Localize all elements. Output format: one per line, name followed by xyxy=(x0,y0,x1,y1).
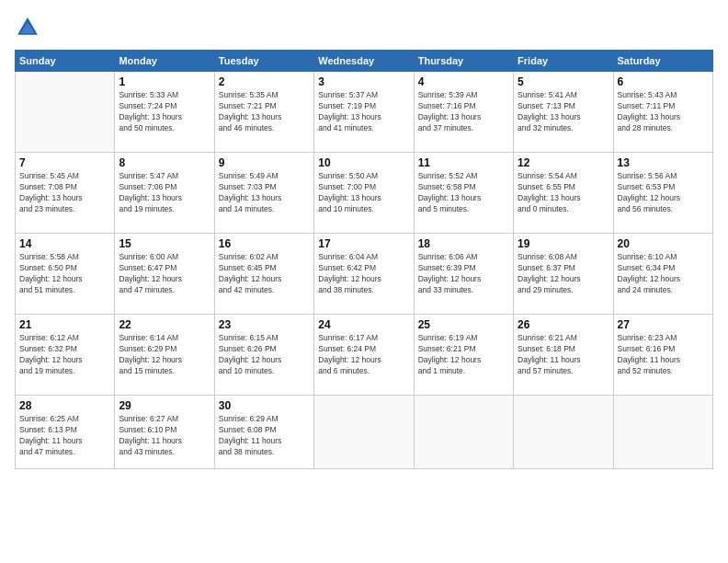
week-row-3: 14Sunrise: 5:58 AM Sunset: 6:50 PM Dayli… xyxy=(16,234,713,315)
calendar-cell: 21Sunrise: 6:12 AM Sunset: 6:32 PM Dayli… xyxy=(16,315,115,396)
cell-content: Sunrise: 5:37 AM Sunset: 7:19 PM Dayligh… xyxy=(318,90,409,134)
day-header-tuesday: Tuesday xyxy=(214,51,313,72)
cell-content: Sunrise: 6:15 AM Sunset: 6:26 PM Dayligh… xyxy=(219,333,310,377)
day-number: 26 xyxy=(518,318,609,331)
day-number: 15 xyxy=(119,237,210,250)
calendar-table: SundayMondayTuesdayWednesdayThursdayFrid… xyxy=(15,50,713,469)
calendar-cell: 2Sunrise: 5:35 AM Sunset: 7:21 PM Daylig… xyxy=(214,72,313,153)
calendar-cell xyxy=(314,396,414,469)
cell-content: Sunrise: 6:10 AM Sunset: 6:34 PM Dayligh… xyxy=(618,252,709,296)
calendar-cell: 22Sunrise: 6:14 AM Sunset: 6:29 PM Dayli… xyxy=(115,315,214,396)
calendar-cell: 28Sunrise: 6:25 AM Sunset: 6:13 PM Dayli… xyxy=(16,396,115,469)
week-row-4: 21Sunrise: 6:12 AM Sunset: 6:32 PM Dayli… xyxy=(16,315,713,396)
page: SundayMondayTuesdayWednesdayThursdayFrid… xyxy=(0,0,728,563)
cell-content: Sunrise: 5:58 AM Sunset: 6:50 PM Dayligh… xyxy=(19,252,110,296)
day-number: 10 xyxy=(318,156,409,169)
day-header-thursday: Thursday xyxy=(414,51,513,72)
cell-content: Sunrise: 5:43 AM Sunset: 7:11 PM Dayligh… xyxy=(618,90,709,134)
logo-icon xyxy=(15,15,40,40)
calendar-cell: 30Sunrise: 6:29 AM Sunset: 6:08 PM Dayli… xyxy=(214,396,313,469)
cell-content: Sunrise: 5:41 AM Sunset: 7:13 PM Dayligh… xyxy=(518,90,609,134)
day-number: 12 xyxy=(518,156,609,169)
cell-content: Sunrise: 6:12 AM Sunset: 6:32 PM Dayligh… xyxy=(19,333,110,377)
day-number: 21 xyxy=(19,318,110,331)
day-header-sunday: Sunday xyxy=(16,51,115,72)
week-row-2: 7Sunrise: 5:45 AM Sunset: 7:08 PM Daylig… xyxy=(16,153,713,234)
calendar-cell: 14Sunrise: 5:58 AM Sunset: 6:50 PM Dayli… xyxy=(16,234,115,315)
cell-content: Sunrise: 6:25 AM Sunset: 6:13 PM Dayligh… xyxy=(19,414,110,458)
calendar-cell: 13Sunrise: 5:56 AM Sunset: 6:53 PM Dayli… xyxy=(613,153,712,234)
logo xyxy=(15,15,44,40)
calendar-cell xyxy=(414,396,513,469)
cell-content: Sunrise: 6:02 AM Sunset: 6:45 PM Dayligh… xyxy=(219,252,310,296)
day-number: 4 xyxy=(418,75,509,88)
calendar-cell: 12Sunrise: 5:54 AM Sunset: 6:55 PM Dayli… xyxy=(514,153,613,234)
cell-content: Sunrise: 6:14 AM Sunset: 6:29 PM Dayligh… xyxy=(119,333,210,377)
cell-content: Sunrise: 6:00 AM Sunset: 6:47 PM Dayligh… xyxy=(119,252,210,296)
calendar-cell: 1Sunrise: 5:33 AM Sunset: 7:24 PM Daylig… xyxy=(115,72,214,153)
calendar-cell: 26Sunrise: 6:21 AM Sunset: 6:18 PM Dayli… xyxy=(514,315,613,396)
day-number: 13 xyxy=(618,156,709,169)
day-number: 9 xyxy=(219,156,310,169)
day-number: 16 xyxy=(219,237,310,250)
day-number: 5 xyxy=(518,75,609,88)
calendar-cell: 3Sunrise: 5:37 AM Sunset: 7:19 PM Daylig… xyxy=(314,72,414,153)
cell-content: Sunrise: 5:52 AM Sunset: 6:58 PM Dayligh… xyxy=(418,171,509,215)
header xyxy=(15,15,713,40)
week-row-1: 1Sunrise: 5:33 AM Sunset: 7:24 PM Daylig… xyxy=(16,72,713,153)
cell-content: Sunrise: 5:54 AM Sunset: 6:55 PM Dayligh… xyxy=(518,171,609,215)
calendar-cell: 5Sunrise: 5:41 AM Sunset: 7:13 PM Daylig… xyxy=(514,72,613,153)
day-number: 3 xyxy=(318,75,409,88)
calendar-cell: 4Sunrise: 5:39 AM Sunset: 7:16 PM Daylig… xyxy=(414,72,513,153)
day-number: 1 xyxy=(119,75,210,88)
day-number: 25 xyxy=(418,318,509,331)
calendar-cell: 24Sunrise: 6:17 AM Sunset: 6:24 PM Dayli… xyxy=(314,315,414,396)
day-header-monday: Monday xyxy=(115,51,214,72)
calendar-cell: 6Sunrise: 5:43 AM Sunset: 7:11 PM Daylig… xyxy=(613,72,712,153)
day-number: 22 xyxy=(119,318,210,331)
cell-content: Sunrise: 5:50 AM Sunset: 7:00 PM Dayligh… xyxy=(318,171,409,215)
day-header-wednesday: Wednesday xyxy=(314,51,414,72)
calendar-cell: 10Sunrise: 5:50 AM Sunset: 7:00 PM Dayli… xyxy=(314,153,414,234)
cell-content: Sunrise: 5:39 AM Sunset: 7:16 PM Dayligh… xyxy=(418,90,509,134)
calendar-cell: 15Sunrise: 6:00 AM Sunset: 6:47 PM Dayli… xyxy=(115,234,214,315)
calendar-cell xyxy=(514,396,613,469)
cell-content: Sunrise: 5:33 AM Sunset: 7:24 PM Dayligh… xyxy=(119,90,210,134)
cell-content: Sunrise: 6:27 AM Sunset: 6:10 PM Dayligh… xyxy=(119,414,210,458)
calendar-cell: 19Sunrise: 6:08 AM Sunset: 6:37 PM Dayli… xyxy=(514,234,613,315)
day-number: 11 xyxy=(418,156,509,169)
calendar-cell: 27Sunrise: 6:23 AM Sunset: 6:16 PM Dayli… xyxy=(613,315,712,396)
calendar-cell: 20Sunrise: 6:10 AM Sunset: 6:34 PM Dayli… xyxy=(613,234,712,315)
calendar-cell: 9Sunrise: 5:49 AM Sunset: 7:03 PM Daylig… xyxy=(214,153,313,234)
calendar-cell: 7Sunrise: 5:45 AM Sunset: 7:08 PM Daylig… xyxy=(16,153,115,234)
cell-content: Sunrise: 6:21 AM Sunset: 6:18 PM Dayligh… xyxy=(518,333,609,377)
day-number: 20 xyxy=(618,237,709,250)
calendar-cell: 11Sunrise: 5:52 AM Sunset: 6:58 PM Dayli… xyxy=(414,153,513,234)
header-row: SundayMondayTuesdayWednesdayThursdayFrid… xyxy=(16,51,713,72)
calendar-cell: 8Sunrise: 5:47 AM Sunset: 7:06 PM Daylig… xyxy=(115,153,214,234)
day-number: 23 xyxy=(219,318,310,331)
cell-content: Sunrise: 5:47 AM Sunset: 7:06 PM Dayligh… xyxy=(119,171,210,215)
calendar-cell: 16Sunrise: 6:02 AM Sunset: 6:45 PM Dayli… xyxy=(214,234,313,315)
day-number: 18 xyxy=(418,237,509,250)
day-number: 6 xyxy=(618,75,709,88)
calendar-cell xyxy=(16,72,115,153)
day-header-saturday: Saturday xyxy=(613,51,712,72)
calendar-cell xyxy=(613,396,712,469)
day-number: 24 xyxy=(318,318,409,331)
cell-content: Sunrise: 6:08 AM Sunset: 6:37 PM Dayligh… xyxy=(518,252,609,296)
calendar-cell: 23Sunrise: 6:15 AM Sunset: 6:26 PM Dayli… xyxy=(214,315,313,396)
cell-content: Sunrise: 5:45 AM Sunset: 7:08 PM Dayligh… xyxy=(19,171,110,215)
cell-content: Sunrise: 6:29 AM Sunset: 6:08 PM Dayligh… xyxy=(219,414,310,458)
calendar-cell: 25Sunrise: 6:19 AM Sunset: 6:21 PM Dayli… xyxy=(414,315,513,396)
calendar-cell: 17Sunrise: 6:04 AM Sunset: 6:42 PM Dayli… xyxy=(314,234,414,315)
day-number: 14 xyxy=(19,237,110,250)
cell-content: Sunrise: 5:56 AM Sunset: 6:53 PM Dayligh… xyxy=(618,171,709,215)
cell-content: Sunrise: 6:06 AM Sunset: 6:39 PM Dayligh… xyxy=(418,252,509,296)
cell-content: Sunrise: 6:19 AM Sunset: 6:21 PM Dayligh… xyxy=(418,333,509,377)
day-header-friday: Friday xyxy=(514,51,613,72)
day-number: 8 xyxy=(119,156,210,169)
day-number: 7 xyxy=(19,156,110,169)
day-number: 17 xyxy=(318,237,409,250)
calendar-cell: 18Sunrise: 6:06 AM Sunset: 6:39 PM Dayli… xyxy=(414,234,513,315)
